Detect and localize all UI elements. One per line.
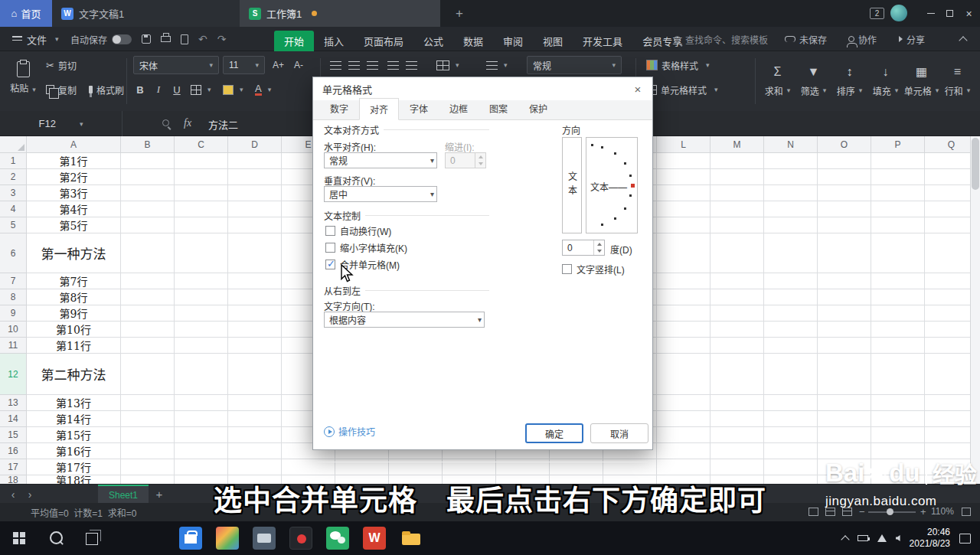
cell-M6[interactable] [710,233,764,273]
photos-icon[interactable] [216,527,239,550]
cell-L6[interactable] [657,233,710,273]
cell-B8[interactable] [121,289,175,305]
cell-M16[interactable] [710,443,764,459]
cell-B17[interactable] [121,459,175,475]
cell-A13[interactable]: 第13行 [27,395,121,411]
cell-D5[interactable] [228,217,282,233]
row-header-18[interactable]: 18 [0,475,27,484]
cell-B13[interactable] [121,395,175,411]
cancel-button[interactable]: 取消 [590,423,648,443]
cell-J18[interactable] [550,475,603,484]
cell-B9[interactable] [121,305,175,322]
cell-P2[interactable] [871,169,925,185]
cell-B1[interactable] [121,153,175,169]
cell-C7[interactable] [175,273,228,289]
cell-I18[interactable] [496,475,550,484]
cell-P5[interactable] [871,217,925,233]
checkbox-缩小字体填充(K)[interactable]: 缩小字体填充(K) [325,241,407,253]
increase-indent-button[interactable] [403,56,420,74]
collapse-ribbon-button[interactable] [960,27,966,51]
close-button[interactable]: × [959,0,978,27]
cell-N5[interactable] [764,217,818,233]
cell-D6[interactable] [228,233,282,273]
cell-M18[interactable] [710,475,764,484]
merge-cells-button[interactable] [434,56,462,74]
row-header-4[interactable]: 4 [0,201,27,217]
cell-M7[interactable] [710,273,764,289]
cell-P4[interactable] [871,201,925,217]
cell-D3[interactable] [228,185,282,201]
cell-D13[interactable] [228,395,282,411]
cell-O1[interactable] [818,153,871,169]
column-header-A[interactable]: A [27,136,121,153]
record-icon[interactable] [289,527,312,550]
cell-A5[interactable]: 第5行 [27,217,121,233]
doc-tab-workbook[interactable]: S 工作簿1 [240,0,440,27]
decrease-indent-button[interactable] [385,56,401,74]
paste-button[interactable]: 粘贴 [6,54,40,100]
dialog-tab-边框[interactable]: 边框 [439,97,479,119]
cell-C14[interactable] [175,411,228,427]
cell-M8[interactable] [710,289,764,305]
cell-L14[interactable] [657,411,710,427]
cell-N10[interactable] [764,322,818,338]
zoom-formula-icon[interactable] [162,119,169,126]
cell-L3[interactable] [657,185,710,201]
file-menu[interactable]: 文件 [6,27,65,51]
vertical-text-checkbox[interactable]: 文字竖排(L) [562,263,625,275]
求和-button[interactable]: Σ求和 [760,54,795,106]
underline-button[interactable]: U [168,80,185,99]
行和-button[interactable]: ≡行和 [939,54,975,106]
cell-M17[interactable] [710,459,764,475]
cell-B14[interactable] [121,411,175,427]
start-icon[interactable] [8,527,31,550]
folder-icon[interactable] [400,527,423,550]
cell-C8[interactable] [175,289,228,305]
cell-B7[interactable] [121,273,175,289]
scrollbar-thumb[interactable] [972,138,979,190]
row-header-12[interactable]: 12 [0,354,27,395]
cell-M10[interactable] [710,322,764,338]
cell-O13[interactable] [818,395,871,411]
cell-M14[interactable] [710,411,764,427]
cell-N8[interactable] [764,289,818,305]
new-tab-button[interactable]: + [448,0,471,27]
cell-N13[interactable] [764,395,818,411]
row-header-11[interactable]: 11 [0,338,27,354]
cell-N6[interactable] [764,233,818,273]
cell-A4[interactable]: 第4行 [27,201,121,217]
row-header-13[interactable]: 13 [0,395,27,411]
wechat-icon[interactable] [326,527,349,550]
cell-D2[interactable] [228,169,282,185]
spinner-arrows-icon[interactable] [593,240,604,255]
cell-L4[interactable] [657,201,710,217]
cell-P9[interactable] [871,305,925,322]
cell-C2[interactable] [175,169,228,185]
cell-N18[interactable] [764,475,818,484]
cell-L12[interactable] [657,354,710,395]
cell-P8[interactable] [871,289,925,305]
cell-A6[interactable]: 第一种方法 [27,233,121,273]
cell-D9[interactable] [228,305,282,322]
row-header-2[interactable]: 2 [0,169,27,185]
cell-L2[interactable] [657,169,710,185]
cell-B11[interactable] [121,338,175,354]
cell-A9[interactable]: 第9行 [27,305,121,322]
cell-A11[interactable]: 第11行 [27,338,121,354]
cell-B18[interactable] [121,475,175,484]
cell-H18[interactable] [443,475,496,484]
orientation-vertical-option[interactable]: 文本 [562,137,582,233]
cell-O8[interactable] [818,289,871,305]
user-avatar[interactable] [890,5,907,21]
dialog-tab-字体[interactable]: 字体 [399,97,439,119]
camera-icon[interactable] [253,527,276,550]
checkbox-合并单元格(M)[interactable]: 合并单元格(M) [325,258,407,270]
row-header-5[interactable]: 5 [0,217,27,233]
cell-L10[interactable] [657,322,710,338]
cell-B6[interactable] [121,233,175,273]
cell-E18[interactable] [282,475,335,484]
notification-center-icon[interactable] [959,534,971,544]
wps-icon[interactable] [363,527,386,550]
cell-D11[interactable] [228,338,282,354]
cell-N7[interactable] [764,273,818,289]
